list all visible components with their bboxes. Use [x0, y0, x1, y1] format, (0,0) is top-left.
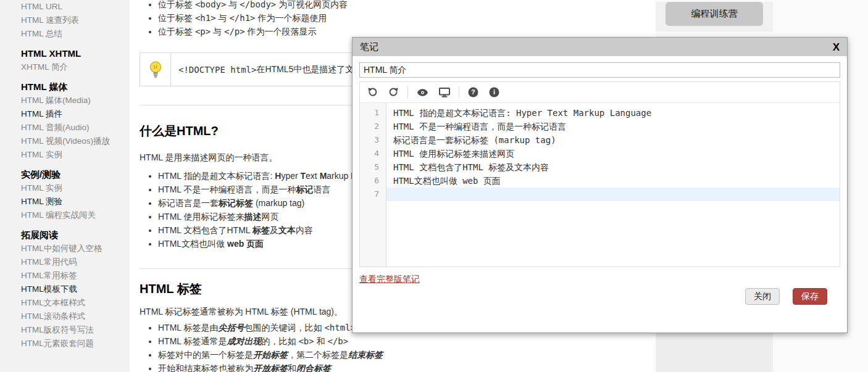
text-run: 描述 — [244, 212, 261, 221]
notes-modal: 笔记 X — [352, 37, 848, 333]
sidebar-item[interactable]: HTML模板下载 — [21, 283, 130, 296]
text-run: 标记语言是一套 — [158, 198, 219, 208]
text-run: 标签对中的第一个标签是 — [158, 350, 253, 360]
text-run: <b> — [298, 336, 314, 346]
text-run: 结束标签 — [348, 350, 383, 360]
sidebar-item[interactable]: HTML滚动条样式 — [21, 310, 130, 323]
redo-icon[interactable] — [388, 87, 399, 97]
sidebar-item[interactable]: HTML 实例 — [21, 148, 130, 162]
text-run: <html> — [324, 323, 356, 333]
text-run: 作为一个标题使用 — [256, 13, 327, 23]
sidebar-item[interactable]: HTML 速查列表 — [21, 14, 130, 27]
text-run: </b> — [327, 336, 348, 346]
text-run: </body> — [240, 0, 276, 9]
save-button[interactable]: 保存 — [793, 288, 827, 305]
info-icon[interactable]: i — [489, 87, 499, 97]
list-item: 位于标签 <h1> 与 </h1> 作为一个标题使用 — [158, 11, 643, 25]
close-button[interactable]: 关闭 — [745, 288, 780, 305]
line-number: 6 — [360, 174, 386, 188]
view-full-notes-link[interactable]: 查看完整版笔记 — [359, 274, 420, 285]
code-line[interactable]: HTML 使用标记标签来描述网页 — [386, 147, 840, 160]
text-run: 尖括号 — [218, 323, 244, 333]
sidebar-item[interactable]: HTML 插件 — [21, 107, 130, 121]
text-run: HTML 标签是由 — [158, 323, 218, 333]
text-run: 标签 — [252, 225, 270, 235]
text-run: 标记标签 — [219, 198, 253, 208]
note-title-input[interactable] — [359, 62, 840, 78]
line-number-gutter: 1234567 — [360, 103, 386, 267]
sidebar-section-header: 实例/测验 — [21, 168, 130, 181]
text-run: 与 — [216, 13, 230, 23]
sidebar-section-header: HTML 媒体 — [21, 80, 130, 94]
code-line[interactable] — [386, 188, 840, 201]
text-run: 为可视化网页内容 — [276, 0, 348, 9]
text-run: 语言 — [313, 184, 330, 194]
help-icon[interactable]: ? — [468, 87, 478, 97]
sidebar-item[interactable]: XHTML 简介 — [21, 60, 130, 74]
sidebar-item[interactable]: HTML 测验 — [21, 195, 130, 209]
lightbulb-icon — [140, 53, 171, 86]
sidebar-item[interactable]: HTML常用标签 — [21, 269, 130, 283]
sidebar-item[interactable]: HTML 音频(Audio) — [21, 121, 130, 134]
sidebar-item[interactable]: HTML 总结 — [21, 27, 130, 41]
text-run: 内容 — [296, 225, 313, 235]
text-run: arkup — [327, 171, 351, 181]
close-icon[interactable]: X — [833, 42, 840, 52]
text-run: </p> — [224, 27, 245, 36]
code-text-area[interactable]: HTML 指的是超文本标记语言: Hyper Text Markup Langu… — [386, 103, 840, 267]
sidebar: HTML URLHTML 速查列表HTML 总结HTML XHTMLXHTML … — [0, 0, 130, 372]
sidebar-item[interactable]: HTML 实例 — [21, 181, 130, 195]
sidebar-item[interactable]: HTML版权符号写法 — [21, 323, 130, 337]
text-run: 开始标签 — [253, 350, 288, 360]
fullscreen-monitor-icon[interactable] — [439, 88, 450, 97]
list-item: 开始和结束标签也被称为开放标签和闭合标签 — [158, 362, 643, 372]
sidebar-item[interactable]: HTML元素嵌套问题 — [21, 337, 130, 350]
modal-button-row: 关闭 保存 — [359, 288, 840, 305]
code-line[interactable]: 标记语言是一套标记标签 (markup tag) — [386, 133, 840, 147]
sidebar-section-header: 拓展阅读 — [21, 228, 130, 242]
list-item: HTML 标签通常是成对出现的，比如 <b> 和 </b> — [158, 334, 643, 348]
text-run: 开放标签 — [253, 363, 288, 372]
toolbar-separator — [407, 86, 408, 99]
line-number: 7 — [360, 188, 386, 201]
text-run: H — [275, 171, 281, 181]
doctype-structure-list: 位于标签 <body> 与 </body> 为可视化网页内容位于标签 <h1> … — [140, 0, 643, 38]
code-line[interactable]: HTML 不是一种编程语言，而是一种标记语言 — [386, 120, 840, 133]
sidebar-item[interactable]: HTML 编程实战闯关 — [21, 209, 130, 222]
text-run: HTML文档也叫做 — [158, 239, 227, 249]
list-item: 标签对中的第一个标签是开始标签，第二个标签是结束标签 — [158, 348, 643, 362]
undo-icon[interactable] — [367, 87, 378, 97]
code-line[interactable]: HTML 文档包含了HTML 标签及文本内容 — [386, 160, 840, 174]
camp-box: 编程训练营 — [656, 2, 773, 31]
sidebar-item[interactable]: HTML中如何键入空格 — [21, 242, 130, 255]
svg-text:i: i — [493, 88, 495, 96]
code-line[interactable]: HTML文档也叫做 web 页面 — [386, 174, 840, 188]
sidebar-item[interactable]: HTML URL — [21, 0, 130, 14]
text-run: 开始和结束标签也被称为 — [158, 363, 253, 372]
toolbar-separator — [459, 86, 459, 99]
text-run: 标记 — [296, 184, 313, 194]
modal-body: ? i 1234567 HTML 指的是超文本标记语言: Hyper Text … — [353, 56, 847, 305]
list-item: 位于标签 <body> 与 </body> 为可视化网页内容 — [158, 0, 643, 11]
line-number: 4 — [360, 147, 386, 160]
preview-eye-icon[interactable] — [417, 88, 428, 97]
text-run: 和 — [288, 363, 296, 372]
code-line[interactable]: HTML 指的是超文本标记语言: Hyper Text Markup Langu… — [386, 106, 840, 120]
sidebar-item[interactable]: HTML 媒体(Media) — [21, 94, 130, 107]
sidebar-item[interactable]: HTML 视频(Videos)播放 — [21, 134, 130, 148]
editor-area: 1234567 HTML 指的是超文本标记语言: Hyper Text Mark… — [360, 103, 840, 267]
text-run: HTML 标签通常是 — [158, 336, 227, 346]
text-run: 成对出现 — [227, 336, 261, 346]
sidebar-item[interactable]: HTML文本框样式 — [21, 296, 130, 310]
svg-text:?: ? — [471, 88, 475, 96]
text-run: 及 — [270, 225, 278, 235]
text-run: <!DOCTYPE html> — [178, 65, 256, 75]
text-run: 文本 — [278, 225, 296, 235]
coding-camp-button[interactable]: 编程训练营 — [666, 2, 763, 26]
text-run: HTML 不是一种编程语言，而是一种 — [158, 184, 296, 194]
sidebar-section-header: HTML XHTML — [21, 47, 130, 60]
text-run: 的，比如 — [261, 336, 298, 346]
sidebar-item[interactable]: HTML常用代码 — [21, 255, 130, 269]
text-run: yper — [281, 171, 300, 181]
text-run: 和 — [314, 336, 328, 346]
